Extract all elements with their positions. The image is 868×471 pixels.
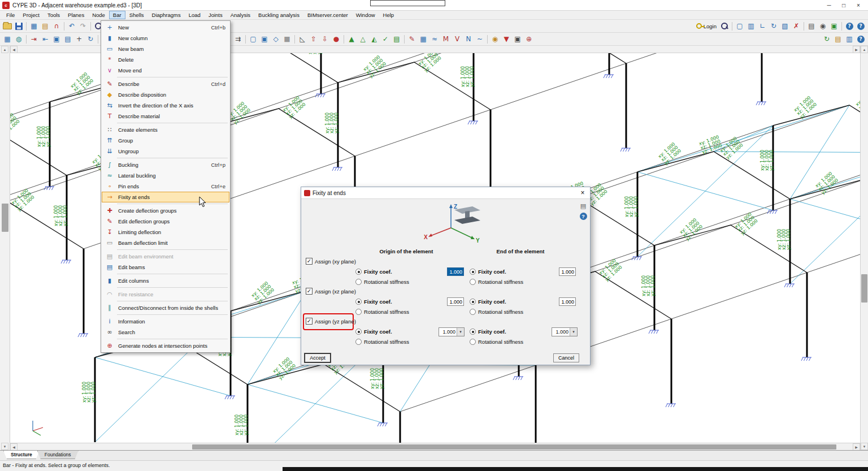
menu-analysis[interactable]: Analysis — [227, 11, 254, 19]
shear-diagram-icon[interactable]: V — [452, 34, 463, 45]
left-scroll-thumb[interactable] — [2, 204, 8, 232]
menu-item-new[interactable]: +NewCtrl+b — [102, 22, 229, 33]
right-scroll-thumb[interactable] — [861, 274, 867, 303]
origin-xz-rotational-radio[interactable] — [355, 309, 362, 315]
menu-item-information[interactable]: iInformation — [102, 316, 229, 327]
menu-item-ungroup[interactable]: ⇊Ungroup — [102, 146, 229, 157]
login-button[interactable]: Login — [694, 23, 719, 29]
dialog-titlebar[interactable]: Fixity at ends × — [301, 187, 590, 199]
menu-file[interactable]: File — [2, 11, 19, 19]
moment-diagram-icon[interactable]: M — [440, 34, 452, 45]
documentation-icon[interactable]: ▥ — [844, 34, 855, 45]
spring-icon[interactable]: ≈ — [429, 34, 440, 45]
open-file-icon[interactable] — [2, 21, 13, 32]
search-icon[interactable] — [719, 21, 730, 32]
menu-diaphragms[interactable]: Diaphragms — [148, 11, 185, 19]
menu-item-group[interactable]: ⇈Group — [102, 135, 229, 146]
end-xy-rotational-radio[interactable] — [470, 279, 476, 285]
bottom-scrollbar[interactable]: ◀ ▶ — [10, 443, 860, 450]
redraw-icon[interactable]: ↻ — [768, 21, 779, 32]
close-button[interactable]: × — [851, 1, 866, 10]
minimize-button[interactable]: ─ — [822, 1, 836, 10]
menu-item-edit-columns[interactable]: ▮Edit columns — [102, 275, 229, 286]
menu-item-beam-deflection-limit[interactable]: ▭Beam deflection limit — [102, 237, 229, 248]
new-truss-green-icon[interactable]: ◭ — [368, 34, 380, 45]
help-2-icon[interactable]: ? — [855, 34, 866, 45]
menu-item-lateral-buckling[interactable]: ≈Lateral buckling — [102, 170, 229, 181]
menu-item-edit-deflection-groups[interactable]: ✎Edit deflection groups — [102, 216, 229, 227]
paste-element-icon[interactable]: ▤ — [62, 34, 73, 45]
origin-xy-fixity-input[interactable] — [447, 267, 464, 276]
capture-icon[interactable]: ◉ — [817, 21, 828, 32]
left-scrollbar[interactable]: ▲ ▼ — [0, 46, 10, 450]
menu-buckling-analysis[interactable]: Buckling analysis — [254, 11, 303, 19]
dialog-help-icon[interactable]: ? — [580, 213, 587, 220]
assign-xz-checkbox[interactable]: ✓ Assign (xz plane) — [306, 287, 356, 295]
origin-xy-fixity-radio[interactable] — [355, 269, 362, 275]
tile-windows-icon[interactable]: ▥ — [745, 21, 757, 32]
origin-yz-fixity-radio[interactable] — [355, 329, 362, 335]
context-help-icon[interactable]: ? — [855, 21, 866, 32]
accept-button[interactable]: Accept — [305, 353, 331, 362]
origin-yz-fixity-combo[interactable]: 1.000 ▾ — [439, 327, 465, 336]
end-xz-rotational-radio[interactable] — [470, 309, 476, 315]
joints-icon[interactable]: ◉ — [489, 34, 501, 45]
menu-item-connect-disconnect-from-inside-the-shells[interactable]: ∥Connect/Disconnect from inside the shel… — [102, 303, 229, 313]
end-yz-fixity-combo[interactable]: 1.000 ▾ — [552, 327, 578, 336]
project-data-icon[interactable]: ▦ — [28, 21, 40, 32]
end-xy-fixity-radio[interactable] — [470, 269, 476, 275]
help-icon[interactable]: ? — [844, 21, 855, 32]
tab-foundations[interactable]: Foundations — [37, 451, 79, 459]
save-icon[interactable] — [13, 21, 24, 32]
axial-diagram-icon[interactable]: N — [463, 34, 474, 45]
menu-tools[interactable]: Tools — [44, 11, 64, 19]
menu-item-fire-resistance[interactable]: ◠Fire resistance — [102, 289, 229, 300]
check-bars-icon[interactable]: ✓ — [380, 34, 391, 45]
export-view-icon[interactable]: ▣ — [828, 21, 840, 32]
menu-item-pin-ends[interactable]: ∘Pin endsCtrl+e — [102, 181, 229, 192]
end-xz-fixity-radio[interactable] — [470, 299, 476, 305]
menu-bar[interactable]: Bar — [109, 11, 125, 19]
scroll-down-icon[interactable]: ▼ — [861, 443, 868, 450]
select-crossing-icon[interactable]: ▣ — [259, 34, 270, 45]
chart-axes-icon[interactable]: ∟ — [757, 21, 768, 32]
assign-xy-checkbox[interactable]: ✓ Assign (xy plane) — [306, 257, 356, 265]
deselect-icon[interactable]: ■ — [281, 34, 293, 45]
origin-xz-fixity-radio[interactable] — [355, 299, 362, 305]
anchor-icon[interactable]: ⊕ — [523, 34, 535, 45]
menu-planes[interactable]: Planes — [64, 11, 88, 19]
import-structure-icon[interactable]: ⇥ — [28, 34, 40, 45]
update-icon[interactable]: ↻ — [821, 34, 832, 45]
menu-item-edit-beam-environment[interactable]: ▤Edit beam environment — [102, 251, 229, 262]
menu-item-limiting-deflection[interactable]: ↧Limiting deflection — [102, 227, 229, 237]
new-bar-green-icon[interactable]: ▲ — [346, 34, 357, 45]
3d-world-icon[interactable]: ◍ — [13, 34, 24, 45]
new-tie-green-icon[interactable]: △ — [357, 34, 368, 45]
describe-section-icon[interactable]: ✎ — [406, 34, 418, 45]
bar-table-icon[interactable]: ▤ — [391, 34, 402, 45]
origin-xz-fixity-input[interactable] — [447, 297, 464, 306]
scroll-up-icon[interactable]: ▲ — [1, 46, 8, 53]
new-window-icon[interactable]: ▢ — [734, 21, 745, 32]
menu-joints[interactable]: Joints — [205, 11, 227, 19]
menu-item-create-elements[interactable]: ∷Create elements — [102, 124, 229, 135]
delete-view-icon[interactable]: ✗ — [791, 21, 802, 32]
scroll-left-icon[interactable]: ◀ — [10, 46, 18, 53]
menu-item-describe-material[interactable]: TDescribe material — [102, 111, 229, 122]
redo-icon[interactable]: ↷ — [77, 21, 89, 32]
dialog-close-icon[interactable]: × — [578, 189, 587, 197]
views-manager-icon[interactable]: ▦ — [2, 34, 13, 45]
menu-bimserver-center[interactable]: BIMserver.center — [303, 11, 352, 19]
deflection-icon[interactable]: ~ — [474, 34, 485, 45]
end-yz-fixity-radio[interactable] — [470, 329, 476, 335]
menu-item-describe[interactable]: ✎DescribeCtrl+d — [102, 79, 229, 89]
menu-node[interactable]: Node — [88, 11, 109, 19]
menu-item-describe-disposition[interactable]: ◆Describe disposition — [102, 89, 229, 100]
menu-item-buckling[interactable]: ∫BucklingCtrl+p — [102, 159, 229, 170]
bottom-scroll-thumb[interactable] — [192, 444, 836, 450]
job-manager-icon[interactable]: ▤ — [40, 21, 51, 32]
end-xz-fixity-input[interactable] — [559, 297, 576, 306]
end-yz-rotational-radio[interactable] — [470, 339, 476, 345]
scroll-down-icon[interactable]: ▼ — [1, 443, 8, 450]
right-scrollbar[interactable]: ▲ ▼ — [860, 46, 868, 450]
